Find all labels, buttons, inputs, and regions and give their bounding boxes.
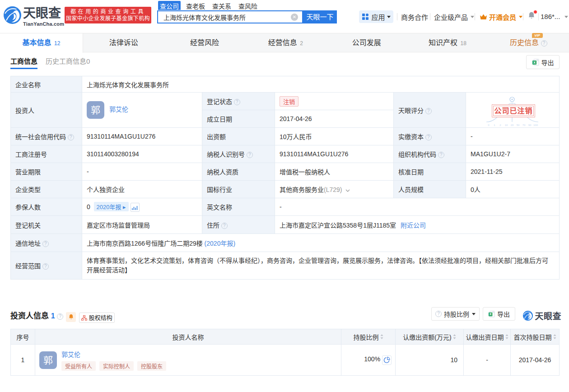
svg-text:X: X	[490, 313, 492, 316]
svg-text:50: 50	[517, 124, 520, 126]
svg-text:X: X	[533, 61, 535, 65]
svg-text:20: 20	[511, 124, 514, 126]
svg-text:0: 0	[488, 124, 490, 126]
svg-text:70: 70	[522, 124, 526, 126]
svg-text:90: 90	[528, 124, 532, 126]
svg-text:1: 1	[494, 124, 495, 126]
svg-text:100: 100	[533, 124, 538, 126]
svg-text:10: 10	[505, 124, 508, 126]
svg-text:2: 2	[499, 124, 501, 126]
